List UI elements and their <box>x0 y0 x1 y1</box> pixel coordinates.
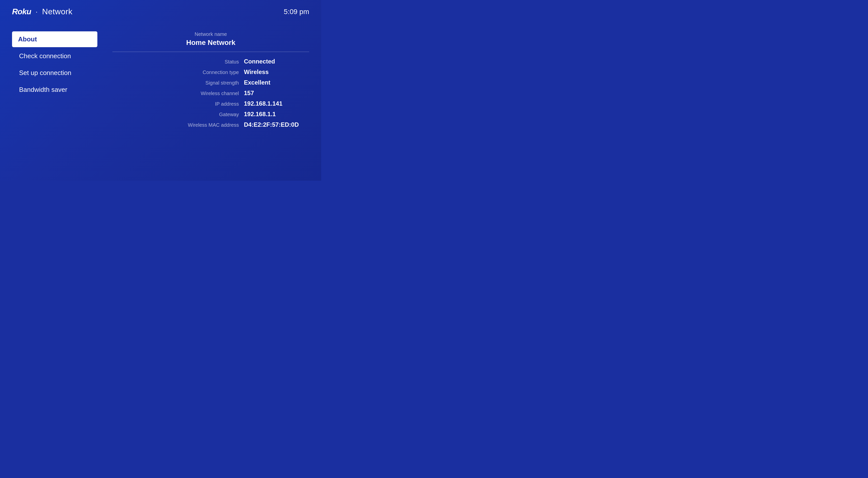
wireless-channel-value: 157 <box>244 90 309 97</box>
header-left: Roku · Network <box>12 7 72 16</box>
signal-strength-row: Signal strength Excellent <box>113 79 309 86</box>
clock: 5:09 pm <box>284 8 309 16</box>
left-menu: About Check connection Set up connection… <box>12 31 97 132</box>
status-label: Status <box>184 59 239 65</box>
gateway-value: 192.168.1.1 <box>244 110 309 118</box>
status-value: Connected <box>244 58 309 65</box>
gateway-row: Gateway 192.168.1.1 <box>113 110 309 118</box>
menu-item-about[interactable]: About <box>12 31 97 47</box>
menu-item-set-up-connection[interactable]: Set up connection <box>12 65 97 81</box>
network-name-value: Home Network <box>113 39 309 47</box>
mac-address-label: Wireless MAC address <box>184 122 239 128</box>
network-name-section: Network name Home Network <box>113 31 309 52</box>
wireless-channel-row: Wireless channel 157 <box>113 90 309 97</box>
roku-logo: Roku <box>12 7 31 16</box>
connection-type-value: Wireless <box>244 68 309 75</box>
gateway-label: Gateway <box>184 111 239 118</box>
signal-strength-value: Excellent <box>244 79 309 86</box>
connection-type-label: Connection type <box>184 69 239 75</box>
mac-address-value: D4:E2:2F:57:ED:0D <box>244 121 309 128</box>
network-name-label: Network name <box>113 31 309 37</box>
connection-type-row: Connection type Wireless <box>113 68 309 75</box>
ip-address-label: IP address <box>184 101 239 107</box>
mac-address-row: Wireless MAC address D4:E2:2F:57:ED:0D <box>113 121 309 128</box>
ip-address-row: IP address 192.168.1.141 <box>113 100 309 107</box>
header: Roku · Network 5:09 pm <box>0 0 321 16</box>
screen: Roku · Network 5:09 pm About Check conne… <box>0 0 321 181</box>
ip-address-value: 192.168.1.141 <box>244 100 309 107</box>
main-content: About Check connection Set up connection… <box>0 21 321 142</box>
header-dot: · <box>36 8 38 16</box>
signal-strength-label: Signal strength <box>184 80 239 86</box>
menu-item-bandwidth-saver[interactable]: Bandwidth saver <box>12 82 97 98</box>
menu-item-check-connection[interactable]: Check connection <box>12 48 97 64</box>
wireless-channel-label: Wireless channel <box>184 91 239 96</box>
page-title: Network <box>42 7 72 16</box>
right-panel: Network name Home Network Status Connect… <box>113 31 309 132</box>
status-row: Status Connected <box>113 58 309 65</box>
